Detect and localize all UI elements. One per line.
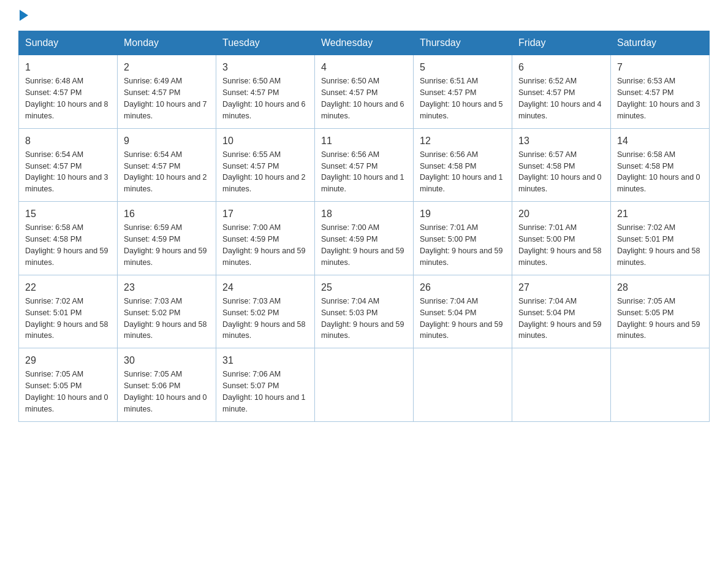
day-number: 18 (321, 207, 407, 221)
day-number: 17 (222, 207, 308, 221)
day-number: 15 (25, 207, 111, 221)
day-info: Sunrise: 6:54 AMSunset: 4:57 PMDaylight:… (124, 150, 207, 194)
calendar-cell: 20Sunrise: 7:01 AMSunset: 5:00 PMDayligh… (512, 202, 611, 275)
header-saturday: Saturday (611, 31, 710, 55)
day-info: Sunrise: 7:01 AMSunset: 5:00 PMDaylight:… (518, 223, 602, 267)
day-number: 6 (518, 60, 604, 74)
day-number: 9 (124, 134, 210, 148)
calendar-cell: 3Sunrise: 6:50 AMSunset: 4:57 PMDaylight… (216, 55, 315, 129)
day-info: Sunrise: 6:48 AMSunset: 4:57 PMDaylight:… (25, 77, 108, 120)
header-friday: Friday (512, 31, 611, 55)
day-info: Sunrise: 6:59 AMSunset: 4:59 PMDaylight:… (124, 223, 207, 267)
day-info: Sunrise: 7:05 AMSunset: 5:05 PMDaylight:… (25, 370, 108, 413)
day-info: Sunrise: 7:04 AMSunset: 5:03 PMDaylight:… (321, 297, 404, 340)
day-info: Sunrise: 7:01 AMSunset: 5:00 PMDaylight:… (420, 223, 503, 267)
calendar-cell: 14Sunrise: 6:58 AMSunset: 4:58 PMDayligh… (611, 128, 710, 202)
calendar-cell (315, 348, 414, 422)
calendar-cell: 15Sunrise: 6:58 AMSunset: 4:58 PMDayligh… (19, 202, 118, 275)
day-number: 25 (321, 280, 407, 294)
week-row-1: 1Sunrise: 6:48 AMSunset: 4:57 PMDaylight… (19, 55, 710, 129)
day-number: 16 (124, 207, 210, 221)
header-sunday: Sunday (19, 31, 118, 55)
day-info: Sunrise: 7:02 AMSunset: 5:01 PMDaylight:… (25, 297, 108, 340)
day-number: 7 (617, 60, 703, 74)
calendar-cell: 26Sunrise: 7:04 AMSunset: 5:04 PMDayligh… (414, 275, 512, 348)
calendar-cell: 25Sunrise: 7:04 AMSunset: 5:03 PMDayligh… (315, 275, 414, 348)
day-number: 13 (518, 134, 604, 148)
calendar-cell: 18Sunrise: 7:00 AMSunset: 4:59 PMDayligh… (315, 202, 414, 275)
day-info: Sunrise: 7:00 AMSunset: 4:59 PMDaylight:… (222, 223, 306, 267)
calendar-cell: 23Sunrise: 7:03 AMSunset: 5:02 PMDayligh… (118, 275, 216, 348)
day-number: 1 (25, 60, 111, 74)
page-header (18, 12, 710, 18)
calendar-cell: 16Sunrise: 6:59 AMSunset: 4:59 PMDayligh… (118, 202, 216, 275)
calendar-cell: 8Sunrise: 6:54 AMSunset: 4:57 PMDaylight… (19, 128, 118, 202)
calendar-cell: 4Sunrise: 6:50 AMSunset: 4:57 PMDaylight… (315, 55, 414, 129)
day-info: Sunrise: 6:54 AMSunset: 4:57 PMDaylight:… (25, 150, 108, 194)
day-info: Sunrise: 7:03 AMSunset: 5:02 PMDaylight:… (124, 297, 207, 340)
calendar-table: SundayMondayTuesdayWednesdayThursdayFrid… (18, 31, 710, 422)
calendar-cell: 28Sunrise: 7:05 AMSunset: 5:05 PMDayligh… (611, 275, 710, 348)
day-info: Sunrise: 7:05 AMSunset: 5:06 PMDaylight:… (124, 370, 207, 413)
day-info: Sunrise: 6:52 AMSunset: 4:57 PMDaylight:… (518, 77, 602, 120)
day-number: 19 (420, 207, 506, 221)
day-number: 22 (25, 280, 111, 294)
day-info: Sunrise: 7:04 AMSunset: 5:04 PMDaylight:… (518, 297, 602, 340)
day-info: Sunrise: 6:53 AMSunset: 4:57 PMDaylight:… (617, 77, 700, 120)
logo-triangle-icon (20, 10, 28, 21)
day-number: 21 (617, 207, 703, 221)
day-number: 20 (518, 207, 604, 221)
calendar-cell: 29Sunrise: 7:05 AMSunset: 5:05 PMDayligh… (19, 348, 118, 422)
day-number: 11 (321, 134, 407, 148)
day-info: Sunrise: 6:56 AMSunset: 4:57 PMDaylight:… (321, 150, 404, 194)
day-number: 24 (222, 280, 308, 294)
day-number: 28 (617, 280, 703, 294)
calendar-cell (414, 348, 512, 422)
day-number: 23 (124, 280, 210, 294)
day-info: Sunrise: 7:06 AMSunset: 5:07 PMDaylight:… (222, 370, 306, 413)
day-info: Sunrise: 6:51 AMSunset: 4:57 PMDaylight:… (420, 77, 503, 120)
day-number: 10 (222, 134, 308, 148)
calendar-cell: 30Sunrise: 7:05 AMSunset: 5:06 PMDayligh… (118, 348, 216, 422)
calendar-cell: 5Sunrise: 6:51 AMSunset: 4:57 PMDaylight… (414, 55, 512, 129)
day-info: Sunrise: 6:57 AMSunset: 4:58 PMDaylight:… (518, 150, 602, 194)
calendar-header-row: SundayMondayTuesdayWednesdayThursdayFrid… (19, 31, 710, 55)
day-info: Sunrise: 7:00 AMSunset: 4:59 PMDaylight:… (321, 223, 404, 267)
day-number: 3 (222, 60, 308, 74)
calendar-cell: 17Sunrise: 7:00 AMSunset: 4:59 PMDayligh… (216, 202, 315, 275)
day-info: Sunrise: 7:04 AMSunset: 5:04 PMDaylight:… (420, 297, 503, 340)
calendar-cell: 9Sunrise: 6:54 AMSunset: 4:57 PMDaylight… (118, 128, 216, 202)
calendar-cell: 7Sunrise: 6:53 AMSunset: 4:57 PMDaylight… (611, 55, 710, 129)
day-info: Sunrise: 6:58 AMSunset: 4:58 PMDaylight:… (25, 223, 108, 267)
day-number: 14 (617, 134, 703, 148)
calendar-cell: 6Sunrise: 6:52 AMSunset: 4:57 PMDaylight… (512, 55, 611, 129)
calendar-cell: 19Sunrise: 7:01 AMSunset: 5:00 PMDayligh… (414, 202, 512, 275)
day-number: 12 (420, 134, 506, 148)
day-number: 2 (124, 60, 210, 74)
calendar-cell: 21Sunrise: 7:02 AMSunset: 5:01 PMDayligh… (611, 202, 710, 275)
day-info: Sunrise: 6:50 AMSunset: 4:57 PMDaylight:… (222, 77, 306, 120)
day-info: Sunrise: 6:55 AMSunset: 4:57 PMDaylight:… (222, 150, 306, 194)
day-number: 29 (25, 353, 111, 367)
day-number: 4 (321, 60, 407, 74)
header-tuesday: Tuesday (216, 31, 315, 55)
day-number: 8 (25, 134, 111, 148)
calendar-cell: 27Sunrise: 7:04 AMSunset: 5:04 PMDayligh… (512, 275, 611, 348)
day-info: Sunrise: 7:03 AMSunset: 5:02 PMDaylight:… (222, 297, 306, 340)
logo (18, 12, 28, 18)
header-monday: Monday (118, 31, 216, 55)
day-number: 27 (518, 280, 604, 294)
calendar-cell: 2Sunrise: 6:49 AMSunset: 4:57 PMDaylight… (118, 55, 216, 129)
day-number: 26 (420, 280, 506, 294)
header-thursday: Thursday (414, 31, 512, 55)
week-row-2: 8Sunrise: 6:54 AMSunset: 4:57 PMDaylight… (19, 128, 710, 202)
calendar-cell (512, 348, 611, 422)
day-number: 5 (420, 60, 506, 74)
day-info: Sunrise: 6:58 AMSunset: 4:58 PMDaylight:… (617, 150, 700, 194)
calendar-cell: 11Sunrise: 6:56 AMSunset: 4:57 PMDayligh… (315, 128, 414, 202)
day-info: Sunrise: 7:05 AMSunset: 5:05 PMDaylight:… (617, 297, 700, 340)
day-info: Sunrise: 6:49 AMSunset: 4:57 PMDaylight:… (124, 77, 207, 120)
day-info: Sunrise: 7:02 AMSunset: 5:01 PMDaylight:… (617, 223, 700, 267)
calendar-cell: 1Sunrise: 6:48 AMSunset: 4:57 PMDaylight… (19, 55, 118, 129)
week-row-4: 22Sunrise: 7:02 AMSunset: 5:01 PMDayligh… (19, 275, 710, 348)
